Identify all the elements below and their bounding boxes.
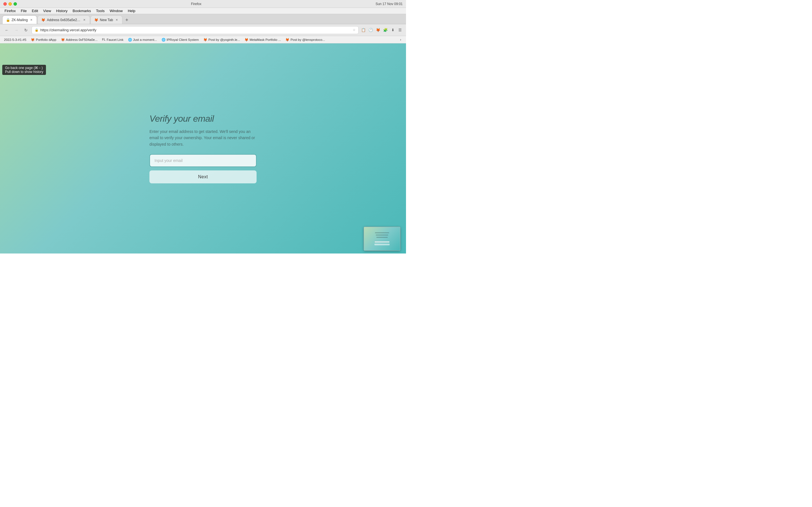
menu-icon[interactable]: ☰ — [397, 27, 403, 33]
bookmark-3[interactable]: 🦊 Address 0xF504a0e... — [59, 37, 100, 42]
mini-preview-thumbnail — [364, 227, 400, 251]
tooltip-line1: Go back one page (⌘←) — [5, 66, 43, 70]
reload-button[interactable]: ↻ — [22, 26, 30, 34]
email-input[interactable] — [149, 154, 257, 167]
mini-preview-content — [364, 227, 400, 250]
mini-desc-line2 — [376, 237, 388, 238]
minimize-button[interactable] — [8, 2, 12, 6]
tab-close-new[interactable]: ✕ — [115, 18, 119, 22]
bookmark-8-label: MetaMask Portfolio ... — [250, 38, 281, 41]
toolbar-icons: 📋 🕐 🦊 🧩 ⬇ ☰ — [360, 27, 403, 33]
menu-bookmarks[interactable]: Bookmarks — [70, 8, 93, 13]
bookmark-6[interactable]: 🌐 IPRoyal Client System — [160, 37, 200, 42]
mini-input — [374, 241, 390, 243]
bookmark-9[interactable]: 🦊 Post by @lensprotoco... — [284, 37, 326, 42]
bookmark-3-icon: 🦊 — [61, 38, 65, 42]
tab-label-address: Address 0x635a5e2E994e6Ad... — [47, 18, 81, 22]
bookmark-4-label: Faucet Link — [107, 38, 123, 41]
forward-button[interactable]: → — [12, 26, 20, 34]
bookmarks-more-icon[interactable]: › — [398, 37, 404, 43]
pocket-icon[interactable]: 📋 — [360, 27, 366, 33]
secure-icon: 🔒 — [35, 28, 39, 32]
bookmark-4[interactable]: FL Faucet Link — [100, 38, 125, 42]
tab-favicon-zk: 🔒 — [6, 18, 10, 22]
tabs-bar: 🔒 ZK-Mailing ✕ 🦊 Address 0x635a5e2E994e6… — [0, 14, 406, 24]
menu-bar: Firefox File Edit View History Bookmarks… — [0, 8, 406, 14]
bookmark-3-label: Address 0xF504a0e... — [66, 38, 98, 41]
bookmark-5[interactable]: 🌐 Just a moment... — [126, 37, 159, 42]
window-title: Firefox — [19, 2, 373, 6]
menu-window[interactable]: Window — [107, 8, 125, 13]
tab-favicon-new: 🦊 — [94, 18, 98, 22]
menu-view[interactable]: View — [41, 8, 53, 13]
back-button[interactable]: ← — [3, 26, 11, 34]
browser-toolbar: ← → ↻ 🔒 https://zkemailing.vercel.app/ve… — [0, 24, 406, 36]
bookmark-2-icon: 🦊 — [31, 38, 35, 42]
bookmark-7[interactable]: 🦊 Post by @yoginth.le... — [202, 37, 242, 42]
system-time: Sun 17 Nov 09:01 — [375, 2, 403, 6]
bookmark-9-label: Post by @lensprotoco... — [290, 38, 325, 41]
bookmark-2[interactable]: 🦊 Portfolio dApp — [29, 37, 58, 42]
bookmark-9-icon: 🦊 — [285, 38, 289, 42]
menu-history[interactable]: History — [54, 8, 70, 13]
tooltip-line2: Pull down to show history — [5, 70, 43, 74]
url-text: https://zkemailing.vercel.app/verify — [40, 28, 351, 32]
menu-file[interactable]: File — [18, 8, 29, 13]
bookmark-8-icon: 🦊 — [245, 38, 248, 42]
history-icon[interactable]: 🕐 — [368, 27, 374, 33]
bookmark-7-label: Post by @yoginth.le... — [208, 38, 240, 41]
tab-label-zk: ZK-Mailing — [11, 18, 28, 22]
page-description: Enter your email address to get started.… — [149, 128, 257, 147]
bookmark-5-label: Just a moment... — [133, 38, 157, 41]
tab-zk-mailing[interactable]: 🔒 ZK-Mailing ✕ — [2, 15, 37, 24]
verify-card: Verify your email Enter your email addre… — [149, 114, 257, 183]
tab-newtab[interactable]: 🦊 New Tab ✕ — [91, 15, 122, 24]
tab-close-address[interactable]: ✕ — [82, 18, 86, 22]
tab-label-new: New Tab — [100, 18, 113, 22]
mini-desc-line — [376, 235, 388, 235]
main-content: Go back one page (⌘←) Pull down to show … — [0, 43, 406, 253]
extensions-icon[interactable]: 🧩 — [382, 27, 389, 33]
mini-form — [373, 232, 391, 245]
menu-tools[interactable]: Tools — [94, 8, 107, 13]
downloads-icon[interactable]: ⬇ — [390, 27, 396, 33]
bookmark-7-icon: 🦊 — [203, 38, 207, 42]
mini-btn — [374, 244, 390, 245]
menu-help[interactable]: Help — [125, 8, 138, 13]
bookmark-8[interactable]: 🦊 MetaMask Portfolio ... — [243, 37, 283, 42]
title-bar: Firefox Sun 17 Nov 09:01 — [0, 0, 406, 8]
close-button[interactable] — [3, 2, 7, 6]
page-title: Verify your email — [149, 114, 214, 124]
address-bar[interactable]: 🔒 https://zkemailing.vercel.app/verify ☆ — [32, 26, 359, 34]
maximize-button[interactable] — [13, 2, 17, 6]
menu-edit[interactable]: Edit — [30, 8, 40, 13]
back-tooltip: Go back one page (⌘←) Pull down to show … — [2, 65, 46, 75]
new-tab-button[interactable]: + — [123, 16, 131, 24]
fox-icon[interactable]: 🦊 — [375, 27, 381, 33]
bookmark-6-icon: 🌐 — [161, 38, 165, 42]
bookmark-5-icon: 🌐 — [128, 38, 132, 42]
bookmark-6-label: IPRoyal Client System — [167, 38, 199, 41]
mini-title-line — [375, 232, 389, 233]
bookmarks-bar: 2022-5-3-#1-#5 🦊 Portfolio dApp 🦊 Addres… — [0, 36, 406, 43]
bookmark-2-label: Portfolio dApp — [36, 38, 56, 41]
tab-favicon-address: 🦊 — [41, 18, 45, 22]
bookmark-1-label: 2022-5-3-#1-#5 — [4, 38, 26, 41]
traffic-lights — [3, 2, 17, 6]
tab-close-zk[interactable]: ✕ — [29, 18, 33, 22]
bookmark-4-icon: FL — [102, 38, 105, 41]
bookmark-star-icon[interactable]: ☆ — [353, 28, 356, 32]
bookmark-1[interactable]: 2022-5-3-#1-#5 — [2, 38, 28, 42]
menu-firefox[interactable]: Firefox — [2, 8, 18, 13]
next-button[interactable]: Next — [149, 170, 257, 183]
tab-address[interactable]: 🦊 Address 0x635a5e2E994e6Ad... ✕ — [38, 15, 90, 24]
